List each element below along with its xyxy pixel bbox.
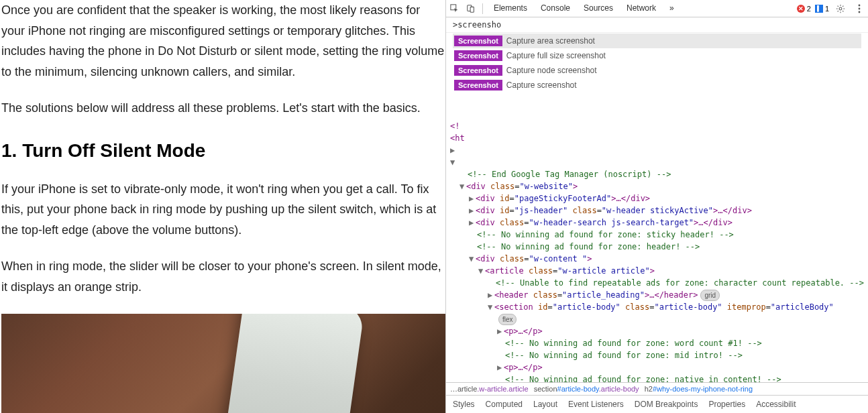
kebab-menu-icon[interactable] <box>852 1 867 16</box>
tab-accessibility[interactable]: Accessibilit <box>755 398 797 410</box>
suggestion-item[interactable]: Screenshot Capture screenshot <box>453 78 861 93</box>
svg-point-5 <box>859 7 861 9</box>
settings-icon[interactable] <box>833 1 848 16</box>
tab-network[interactable]: Network <box>620 1 663 17</box>
error-icon: ✕ <box>797 5 805 13</box>
dom-breadcrumb[interactable]: … article.w-article.article ​ section#ar… <box>446 382 868 396</box>
tab-dom-breakpoints[interactable]: DOM Breakpoints <box>633 398 700 410</box>
inspect-icon[interactable] <box>447 1 462 16</box>
command-suggestions: Screenshot Capture area screenshot Scree… <box>453 34 861 93</box>
device-toggle-icon[interactable] <box>464 1 478 16</box>
message-count[interactable]: ▌ 1 <box>815 5 829 13</box>
error-count[interactable]: ✕ 2 <box>797 5 811 13</box>
section-heading: 1. Turn Off Silent Mode <box>1 135 445 167</box>
svg-point-4 <box>859 4 861 6</box>
tab-properties[interactable]: Properties <box>707 398 747 410</box>
tab-layout[interactable]: Layout <box>532 398 559 410</box>
tab-computed[interactable]: Computed <box>484 398 524 410</box>
message-icon: ▌ <box>815 5 823 13</box>
svg-point-6 <box>859 11 861 13</box>
styles-tabs: Styles Computed Layout Event Listeners D… <box>446 396 868 413</box>
command-input[interactable]: >screensho <box>446 17 868 33</box>
devtools-tabs: Elements Console Sources Network » <box>487 1 681 17</box>
devtools-toolbar: Elements Console Sources Network » ✕ 2 ▌… <box>446 0 868 17</box>
article-content: Once you are confident that the speaker … <box>0 0 445 413</box>
tab-styles[interactable]: Styles <box>451 398 476 410</box>
suggestion-item[interactable]: Screenshot Capture node screenshot <box>453 63 861 78</box>
paragraph: The solutions below will address all the… <box>1 98 445 119</box>
paragraph: If your iPhone is set to vibrate-only mo… <box>1 179 445 241</box>
suggestion-item[interactable]: Screenshot Capture full size screenshot <box>453 48 861 63</box>
tab-console[interactable]: Console <box>534 1 577 17</box>
paragraph: Once you are confident that the speaker … <box>1 0 445 82</box>
svg-point-3 <box>839 7 842 10</box>
svg-rect-2 <box>470 7 474 12</box>
devtools-panel: Elements Console Sources Network » ✕ 2 ▌… <box>445 0 868 413</box>
tab-elements[interactable]: Elements <box>487 1 534 17</box>
paragraph: When in ring mode, the slider will be cl… <box>1 256 445 297</box>
suggestion-item[interactable]: Screenshot Capture area screenshot <box>453 34 861 48</box>
article-image <box>1 314 445 413</box>
tab-more[interactable]: » <box>663 1 681 17</box>
tab-sources[interactable]: Sources <box>577 1 620 17</box>
tab-event-listeners[interactable]: Event Listeners <box>567 398 625 410</box>
